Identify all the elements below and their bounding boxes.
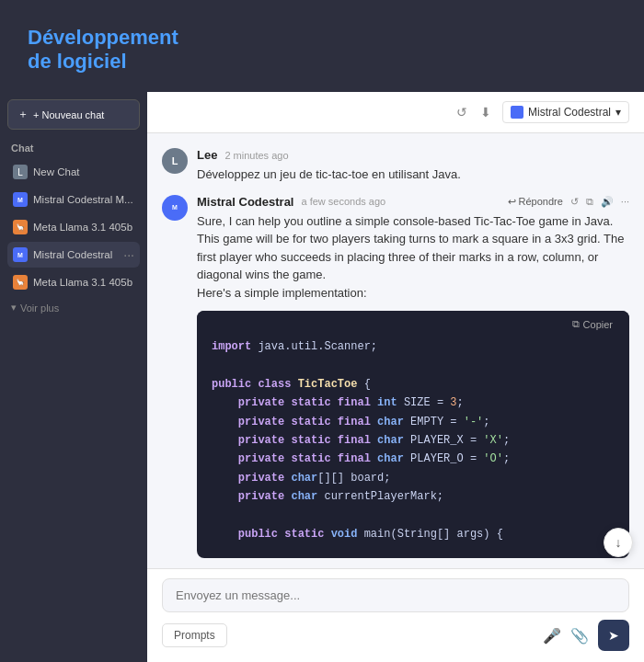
model-name: Mistral Codestral	[528, 106, 611, 119]
top-header: Développement de logiciel	[0, 0, 644, 92]
ai-message-meta: Mistral Codestral a few seconds ago ↩ Ré…	[197, 195, 629, 209]
user-time: 2 minutes ago	[224, 150, 288, 161]
chat-area: ↺ ⬇ Mistral Codestral ▾ L Lee 2	[147, 92, 644, 662]
mistral-icon-1: M	[13, 192, 28, 207]
input-area: Prompts 🎤 📎 ➤	[147, 568, 644, 662]
chevron-down-icon: ↓	[615, 535, 622, 550]
plus-icon: ＋	[17, 107, 29, 122]
code-content: import java.util.Scanner; public class T…	[197, 337, 629, 558]
copy-msg-icon[interactable]: ⧉	[586, 196, 593, 208]
sidebar-item-new-chat[interactable]: L New Chat	[7, 159, 140, 185]
page-title: Développement de logiciel	[28, 26, 616, 74]
sidebar-item-mistral-codestral-active[interactable]: M Mistral Codestral ···	[7, 242, 140, 268]
ai-author: Mistral Codestral	[197, 195, 293, 209]
meta-icon-1: 🦙	[13, 220, 28, 234]
mic-button[interactable]: 🎤	[543, 627, 561, 645]
volume-icon[interactable]: 🔊	[601, 196, 614, 208]
input-actions: 🎤 📎 ➤	[543, 620, 629, 651]
model-selector[interactable]: Mistral Codestral ▾	[502, 101, 629, 123]
reply-button[interactable]: ↩ Répondre	[508, 196, 563, 208]
refresh-msg-icon[interactable]: ↺	[570, 196, 579, 208]
model-icon	[511, 106, 523, 119]
more-icon[interactable]: ···	[621, 196, 629, 207]
voir-plus-link[interactable]: ▾ Voir plus	[7, 297, 140, 318]
sidebar-item-meta-llama-2[interactable]: 🦙 Meta Llama 3.1 405b	[7, 269, 140, 295]
chevron-down-icon: ▾	[11, 302, 17, 314]
ai-avatar: M	[162, 195, 188, 221]
ai-time: a few seconds ago	[301, 196, 385, 207]
attach-button[interactable]: 📎	[570, 627, 589, 645]
messages-wrapper: L Lee 2 minutes ago Développez un jeu de…	[147, 133, 644, 568]
ai-message-content: Mistral Codestral a few seconds ago ↩ Ré…	[197, 195, 629, 559]
ai-actions: ↩ Répondre ↺ ⧉ 🔊 ···	[508, 196, 630, 208]
chevron-icon: ▾	[615, 106, 621, 119]
copy-code-button[interactable]: ⧉ Copier	[567, 316, 618, 332]
input-footer: Prompts 🎤 📎 ➤	[162, 620, 629, 651]
user-icon: L	[13, 165, 28, 179]
sidebar: ＋ + Nouveau chat Chat L New Chat M Mistr…	[0, 92, 147, 662]
messages-container: L Lee 2 minutes ago Développez un jeu de…	[147, 133, 644, 568]
chat-header: ↺ ⬇ Mistral Codestral ▾	[147, 92, 644, 133]
code-block: ⧉ Copier import java.util.Scanner; publi…	[197, 311, 629, 558]
scroll-down-button[interactable]: ↓	[604, 528, 633, 557]
prompts-button[interactable]: Prompts	[162, 623, 227, 647]
reply-arrow-icon: ↩	[508, 196, 516, 208]
user-message-meta: Lee 2 minutes ago	[197, 148, 629, 162]
user-message-content: Lee 2 minutes ago Développez un jeu de t…	[197, 148, 629, 184]
ai-message-text: Sure, I can help you outline a simple co…	[197, 212, 629, 302]
refresh-button[interactable]: ↺	[454, 103, 469, 121]
ai-message-row: M Mistral Codestral a few seconds ago ↩ …	[162, 195, 629, 559]
new-chat-button[interactable]: ＋ + Nouveau chat	[7, 99, 140, 130]
main-layout: ＋ + Nouveau chat Chat L New Chat M Mistr…	[0, 92, 644, 662]
copy-icon: ⧉	[572, 318, 580, 330]
item-dots[interactable]: ···	[123, 247, 134, 262]
chat-section-label: Chat	[7, 139, 140, 159]
send-icon: ➤	[608, 628, 619, 643]
user-message-row: L Lee 2 minutes ago Développez un jeu de…	[162, 148, 629, 184]
download-button[interactable]: ⬇	[478, 103, 493, 121]
chat-header-actions: ↺ ⬇ Mistral Codestral ▾	[454, 101, 629, 123]
user-author: Lee	[197, 148, 217, 162]
mistral-icon-2: M	[13, 247, 28, 262]
code-block-header: ⧉ Copier	[197, 311, 629, 337]
meta-icon-2: 🦙	[13, 275, 28, 290]
sidebar-item-mistral-codestral-m[interactable]: M Mistral Codestral M...	[7, 187, 140, 212]
send-button[interactable]: ➤	[598, 620, 629, 651]
message-input[interactable]	[162, 578, 629, 612]
sidebar-item-meta-llama-1[interactable]: 🦙 Meta Llama 3.1 405b	[7, 214, 140, 240]
user-avatar: L	[162, 148, 188, 174]
user-message-text: Développez un jeu de tic-tac-toe en util…	[197, 166, 629, 184]
